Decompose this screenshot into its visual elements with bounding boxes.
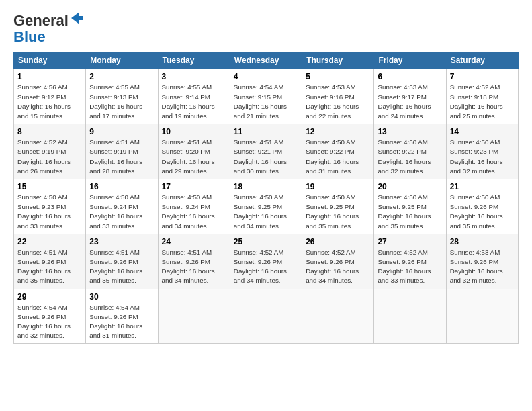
day-number: 14 — [450, 127, 515, 136]
day-number: 28 — [450, 237, 515, 246]
day-number: 19 — [306, 182, 370, 191]
day-number: 27 — [378, 237, 442, 246]
day-info: Sunrise: 4:54 AM Sunset: 9:26 PM Dayligh… — [89, 303, 154, 341]
day-info: Sunrise: 4:50 AM Sunset: 9:25 PM Dayligh… — [378, 193, 442, 231]
day-cell: 29 Sunrise: 4:54 AM Sunset: 9:26 PM Dayl… — [14, 289, 86, 344]
day-info: Sunrise: 4:53 AM Sunset: 9:16 PM Dayligh… — [306, 83, 370, 121]
day-info: Sunrise: 4:50 AM Sunset: 9:23 PM Dayligh… — [450, 138, 515, 176]
day-cell: 20 Sunrise: 4:50 AM Sunset: 9:25 PM Dayl… — [374, 179, 446, 234]
day-cell: 2 Sunrise: 4:55 AM Sunset: 9:13 PM Dayli… — [86, 69, 158, 124]
day-cell: 26 Sunrise: 4:52 AM Sunset: 9:26 PM Dayl… — [302, 234, 374, 289]
logo-text: General — [13, 11, 85, 29]
day-cell — [446, 289, 518, 344]
header: General Blue — [13, 11, 519, 45]
week-row-5: 29 Sunrise: 4:54 AM Sunset: 9:26 PM Dayl… — [14, 289, 519, 344]
day-number: 15 — [17, 182, 82, 191]
day-cell: 5 Sunrise: 4:53 AM Sunset: 9:16 PM Dayli… — [302, 69, 374, 124]
day-cell: 8 Sunrise: 4:52 AM Sunset: 9:19 PM Dayli… — [14, 124, 86, 179]
day-number: 21 — [450, 182, 515, 191]
day-number: 23 — [89, 237, 154, 246]
day-cell — [230, 289, 302, 344]
day-info: Sunrise: 4:52 AM Sunset: 9:18 PM Dayligh… — [450, 83, 515, 121]
week-row-3: 15 Sunrise: 4:50 AM Sunset: 9:23 PM Dayl… — [14, 179, 519, 234]
day-info: Sunrise: 4:50 AM Sunset: 9:25 PM Dayligh… — [234, 193, 298, 231]
day-cell — [158, 289, 230, 344]
day-number: 13 — [378, 127, 442, 136]
day-number: 10 — [162, 127, 226, 136]
day-cell: 17 Sunrise: 4:50 AM Sunset: 9:24 PM Dayl… — [158, 179, 230, 234]
day-number: 9 — [89, 127, 154, 136]
day-cell: 11 Sunrise: 4:51 AM Sunset: 9:21 PM Dayl… — [230, 124, 302, 179]
day-cell: 19 Sunrise: 4:50 AM Sunset: 9:25 PM Dayl… — [302, 179, 374, 234]
day-number: 24 — [162, 237, 226, 246]
day-info: Sunrise: 4:50 AM Sunset: 9:22 PM Dayligh… — [378, 138, 442, 176]
day-cell: 6 Sunrise: 4:53 AM Sunset: 9:17 PM Dayli… — [374, 69, 446, 124]
day-cell: 25 Sunrise: 4:52 AM Sunset: 9:26 PM Dayl… — [230, 234, 302, 289]
day-number: 6 — [378, 72, 442, 81]
col-header-saturday: Saturday — [446, 52, 518, 69]
day-cell: 10 Sunrise: 4:51 AM Sunset: 9:20 PM Dayl… — [158, 124, 230, 179]
day-info: Sunrise: 4:52 AM Sunset: 9:19 PM Dayligh… — [17, 138, 82, 176]
logo: General Blue — [13, 11, 85, 45]
day-cell: 12 Sunrise: 4:50 AM Sunset: 9:22 PM Dayl… — [302, 124, 374, 179]
day-cell: 16 Sunrise: 4:50 AM Sunset: 9:24 PM Dayl… — [86, 179, 158, 234]
day-number: 8 — [17, 127, 82, 136]
day-cell: 14 Sunrise: 4:50 AM Sunset: 9:23 PM Dayl… — [446, 124, 518, 179]
day-info: Sunrise: 4:52 AM Sunset: 9:26 PM Dayligh… — [234, 248, 298, 286]
day-cell: 28 Sunrise: 4:53 AM Sunset: 9:26 PM Dayl… — [446, 234, 518, 289]
day-info: Sunrise: 4:51 AM Sunset: 9:21 PM Dayligh… — [234, 138, 298, 176]
day-number: 12 — [306, 127, 370, 136]
day-info: Sunrise: 4:51 AM Sunset: 9:19 PM Dayligh… — [89, 138, 154, 176]
calendar-header-row: SundayMondayTuesdayWednesdayThursdayFrid… — [14, 52, 519, 69]
day-info: Sunrise: 4:50 AM Sunset: 9:24 PM Dayligh… — [89, 193, 154, 231]
day-cell: 7 Sunrise: 4:52 AM Sunset: 9:18 PM Dayli… — [446, 69, 518, 124]
calendar-table: SundayMondayTuesdayWednesdayThursdayFrid… — [13, 52, 519, 344]
day-cell: 1 Sunrise: 4:56 AM Sunset: 9:12 PM Dayli… — [14, 69, 86, 124]
day-info: Sunrise: 4:54 AM Sunset: 9:15 PM Dayligh… — [234, 83, 298, 121]
logo-blue-text: Blue — [13, 29, 85, 45]
day-info: Sunrise: 4:51 AM Sunset: 9:26 PM Dayligh… — [89, 248, 154, 286]
day-info: Sunrise: 4:50 AM Sunset: 9:26 PM Dayligh… — [450, 193, 515, 231]
day-info: Sunrise: 4:56 AM Sunset: 9:12 PM Dayligh… — [17, 83, 82, 121]
day-info: Sunrise: 4:50 AM Sunset: 9:23 PM Dayligh… — [17, 193, 82, 231]
day-cell: 18 Sunrise: 4:50 AM Sunset: 9:25 PM Dayl… — [230, 179, 302, 234]
week-row-1: 1 Sunrise: 4:56 AM Sunset: 9:12 PM Dayli… — [14, 69, 519, 124]
day-number: 16 — [89, 182, 154, 191]
day-cell: 15 Sunrise: 4:50 AM Sunset: 9:23 PM Dayl… — [14, 179, 86, 234]
day-number: 22 — [17, 237, 82, 246]
day-number: 11 — [234, 127, 298, 136]
day-number: 3 — [162, 72, 226, 81]
logo-general: General — [13, 12, 69, 29]
logo-blue-label: Blue — [13, 28, 46, 45]
day-info: Sunrise: 4:55 AM Sunset: 9:13 PM Dayligh… — [89, 83, 154, 121]
day-info: Sunrise: 4:52 AM Sunset: 9:26 PM Dayligh… — [378, 248, 442, 286]
day-number: 18 — [234, 182, 298, 191]
day-info: Sunrise: 4:51 AM Sunset: 9:26 PM Dayligh… — [162, 248, 226, 286]
day-cell: 24 Sunrise: 4:51 AM Sunset: 9:26 PM Dayl… — [158, 234, 230, 289]
day-number: 2 — [89, 72, 154, 81]
day-cell: 13 Sunrise: 4:50 AM Sunset: 9:22 PM Dayl… — [374, 124, 446, 179]
day-cell: 22 Sunrise: 4:51 AM Sunset: 9:26 PM Dayl… — [14, 234, 86, 289]
day-number: 5 — [306, 72, 370, 81]
col-header-tuesday: Tuesday — [158, 52, 230, 69]
day-number: 25 — [234, 237, 298, 246]
day-info: Sunrise: 4:54 AM Sunset: 9:26 PM Dayligh… — [17, 303, 82, 341]
week-row-2: 8 Sunrise: 4:52 AM Sunset: 9:19 PM Dayli… — [14, 124, 519, 179]
day-cell: 9 Sunrise: 4:51 AM Sunset: 9:19 PM Dayli… — [86, 124, 158, 179]
day-info: Sunrise: 4:52 AM Sunset: 9:26 PM Dayligh… — [306, 248, 370, 286]
day-cell: 30 Sunrise: 4:54 AM Sunset: 9:26 PM Dayl… — [86, 289, 158, 344]
day-cell: 4 Sunrise: 4:54 AM Sunset: 9:15 PM Dayli… — [230, 69, 302, 124]
col-header-sunday: Sunday — [14, 52, 86, 69]
week-row-4: 22 Sunrise: 4:51 AM Sunset: 9:26 PM Dayl… — [14, 234, 519, 289]
day-number: 30 — [89, 292, 154, 302]
day-info: Sunrise: 4:50 AM Sunset: 9:22 PM Dayligh… — [306, 138, 370, 176]
page: General Blue SundayMondayTuesdayWednesda… — [0, 0, 532, 411]
day-info: Sunrise: 4:50 AM Sunset: 9:25 PM Dayligh… — [306, 193, 370, 231]
day-info: Sunrise: 4:50 AM Sunset: 9:24 PM Dayligh… — [162, 193, 226, 231]
day-cell — [374, 289, 446, 344]
day-info: Sunrise: 4:51 AM Sunset: 9:26 PM Dayligh… — [17, 248, 82, 286]
day-cell: 3 Sunrise: 4:55 AM Sunset: 9:14 PM Dayli… — [158, 69, 230, 124]
day-info: Sunrise: 4:53 AM Sunset: 9:26 PM Dayligh… — [450, 248, 515, 286]
svg-marker-0 — [71, 12, 83, 24]
day-cell — [302, 289, 374, 344]
